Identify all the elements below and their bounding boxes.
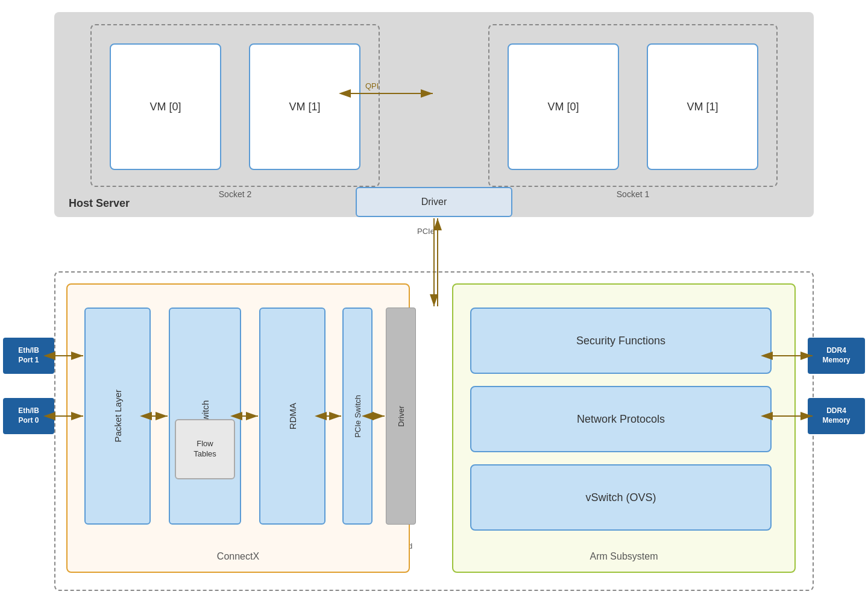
socket2-label: Socket 2	[219, 189, 251, 199]
socket1-label: Socket 1	[617, 189, 649, 199]
ddr4-bot-box: DDR4Memory	[808, 398, 865, 434]
network-protocols-box: Network Protocols	[470, 386, 772, 452]
eth-port0-box: Eth/IBPort 0	[3, 398, 54, 434]
qpi-label: QPI	[365, 81, 379, 90]
socket2-box: VM [0] VM [1] Socket 2	[90, 24, 380, 187]
host-server-label: Host Server	[69, 197, 130, 210]
eth-port1-box: Eth/IBPort 1	[3, 338, 54, 374]
driver-host-box: Driver	[356, 187, 512, 217]
pcie-label: PCIe	[417, 227, 435, 236]
security-functions-box: Security Functions	[470, 308, 772, 374]
ddr4-top-box: DDR4Memory	[808, 338, 865, 374]
socket1-vm0: VM [0]	[508, 43, 619, 170]
rdma-box: RDMA	[259, 308, 326, 525]
connectx-label: ConnectX	[217, 551, 259, 562]
diagram-container: VM [0] VM [1] Socket 2 VM [0] VM [1] Soc…	[0, 0, 868, 606]
pcie-switch-box: PCIe Switch	[342, 308, 373, 525]
packet-layer-box: Packet Layer	[84, 308, 151, 525]
socket2-vm1: VM [1]	[249, 43, 360, 170]
arm-label: Arm Subsystem	[590, 551, 658, 562]
vswitch-box: vSwitch (OVS)	[470, 464, 772, 531]
eswitch-box: eSwitch	[169, 308, 241, 525]
host-server-box: VM [0] VM [1] Socket 2 VM [0] VM [1] Soc…	[54, 12, 814, 217]
flow-tables-box: FlowTables	[175, 419, 235, 479]
socket2-vm0: VM [0]	[110, 43, 221, 170]
driver-bf-box: Driver	[386, 308, 416, 525]
socket1-box: VM [0] VM [1] Socket 1	[488, 24, 778, 187]
socket1-vm1: VM [1]	[647, 43, 758, 170]
